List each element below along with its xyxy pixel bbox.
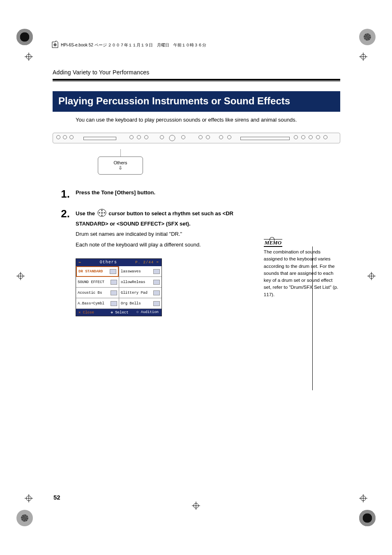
screen-page-indicator: P. 2/44 ➡ [135,260,159,265]
divider [53,81,340,81]
dial-icon [167,134,177,142]
cell-label: DR STANDARD [78,269,103,274]
screen-close: ✕ Close [76,309,106,316]
screen-cell: lasswaves [119,266,161,277]
step-2: 2. Use the cursor button to select a rhy… [53,208,254,249]
divider [53,79,340,81]
registration-mark [16,272,25,280]
cursor-button-icon [97,208,106,220]
running-head: Adding Variety to Your Performances [53,69,340,76]
screen-cell: Glittery Pad [119,288,161,298]
tone-icon [153,280,160,285]
svg-point-26 [101,212,103,214]
step-head: Press the Tone [Others] button. [76,189,254,197]
print-mark-corner [16,29,33,45]
prepress-header: HPi-6S-e.book 52 ページ ２００７年１１月１９日 月曜日 午前１… [52,41,207,49]
screen-title: Others [100,260,117,265]
tone-icon [153,290,160,295]
section-title: Playing Percussion Instruments or Sound … [53,91,340,112]
registration-mark [192,502,200,510]
bass-icon [111,290,117,295]
prepress-file-info: HPi-6S-e.book 52 ページ ２００７年１１月１９日 月曜日 午前１… [61,42,207,48]
print-mark-corner [16,510,33,526]
step-number: 1. [53,189,70,199]
cell-label: ollowReleas [121,280,145,284]
screen-cell: SOUND EFFECT [76,277,119,288]
cell-label: SOUND EFFECT [78,280,104,284]
back-arrow-icon: ⬅ [78,260,81,265]
svg-point-24 [169,135,175,141]
callout-label: Others [104,160,137,165]
registration-mark [359,494,367,502]
step-1: 1. Press the Tone [Others] button. [53,189,254,199]
bass-icon [111,301,117,306]
intro-text: You can use the keyboard to play percuss… [76,117,340,123]
control-panel-diagram [53,133,340,143]
print-mark-corner [359,510,376,526]
memo-text: The combination of sounds assigned to th… [264,249,340,298]
step-head: Use the cursor button to select a rhythm… [76,208,254,228]
sfx-icon [111,280,117,285]
down-arrow-icon: ⇩ [104,165,137,171]
step-number: 2. [53,208,70,249]
callout: Others ⇩ [98,149,143,175]
screen-cell-selected: DR STANDARD [76,266,119,277]
column-divider [312,246,313,390]
page-icon [52,41,58,49]
screen-cell: A.Bass+Cymbl [76,298,119,309]
cell-label: lasswaves [121,269,141,274]
step-sub: Drum set names are indicated by initial … [76,230,254,238]
registration-mark [359,53,367,61]
page-number: 52 [53,494,60,501]
lcd-screen: ⬅ Others P. 2/44 ➡ DR STANDARD lasswaves… [76,258,162,316]
screen-cell: Acoustic Bs [76,288,119,298]
registration-mark [25,53,33,61]
print-mark-corner [359,29,376,45]
step-sub: Each note of the keyboard will play a di… [76,241,254,249]
registration-mark [25,494,33,502]
drum-icon [110,269,116,274]
memo-heading: MEMO [264,239,282,247]
screen-cell: ollowReleas [119,277,161,288]
screen-audition: ○ Audition [134,309,161,316]
cell-label: Glittery Pad [121,291,148,295]
screen-cell: Org Bells [119,298,161,309]
tone-icon [153,301,160,306]
step-head-pre: Use the [76,210,97,216]
cell-label: A.Bass+Cymbl [78,302,104,306]
registration-mark [367,272,376,280]
cell-label: Acoustic Bs [78,291,102,295]
screen-select: ✥ Select [106,309,134,316]
tone-icon [153,269,160,274]
cell-label: Org Bells [121,302,141,306]
